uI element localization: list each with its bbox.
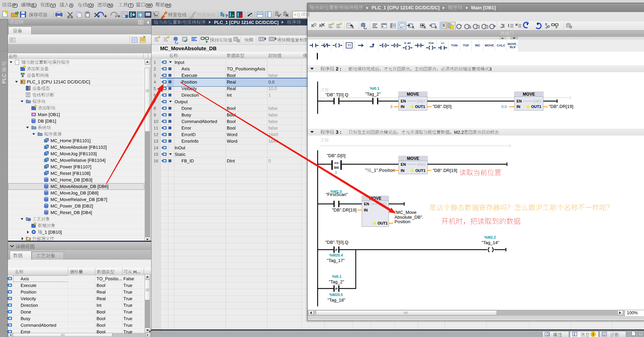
svg-text:P: P [335, 287, 338, 291]
svg-text:"DB".T[0].Q: "DB".T[0].Q [325, 92, 348, 97]
svg-text:"Tag_18": "Tag_18" [327, 297, 345, 303]
svg-text:"Tag_14": "Tag_14" [481, 240, 499, 245]
svg-text:3: 3 [390, 105, 392, 109]
svg-text:R: R [395, 44, 397, 47]
svg-text:EN: EN [401, 99, 406, 103]
svg-text:TON: TON [451, 44, 458, 47]
svg-text:"DB".D[0]: "DB".D[0] [327, 153, 346, 158]
svg-text:TON: TON [428, 42, 434, 45]
svg-text:MOVE: MOVE [407, 92, 419, 97]
svg-text:<: < [294, 12, 297, 17]
svg-text:EN: EN [517, 99, 522, 103]
svg-text:0.0: 0.0 [501, 105, 507, 109]
svg-text:%M20.4: %M20.4 [329, 253, 343, 257]
svg-text:P: P [335, 248, 338, 252]
svg-text:R_BF: R_BF [404, 42, 411, 45]
svg-text:"Tag_2": "Tag_2" [329, 279, 344, 284]
svg-text:"Tag_2": "Tag_2" [365, 91, 381, 97]
svg-text:%I0.1: %I0.1 [370, 86, 379, 90]
svg-text:MOVE: MOVE [485, 44, 494, 47]
svg-text:IN: IN [517, 105, 520, 109]
svg-text:RT: RT [154, 14, 158, 17]
svg-text:OUT1: OUT1 [531, 105, 541, 109]
svg-text:"DB".DR[19]: "DB".DR[19] [433, 168, 457, 173]
svg-text:100%: 100% [627, 311, 638, 315]
svg-text:MOVE: MOVE [407, 156, 419, 161]
svg-text:?: ? [225, 13, 228, 19]
svg-text:"FirstScan": "FirstScan" [326, 192, 348, 197]
svg-text:??: ?? [347, 44, 351, 47]
svg-text:CALC: CALC [497, 44, 506, 47]
svg-text:OUT1: OUT1 [415, 105, 425, 109]
svg-text:MOVE: MOVE [523, 92, 535, 97]
svg-text:IN: IN [401, 105, 404, 109]
svg-text:INC: INC [475, 44, 480, 47]
svg-text:==: == [334, 161, 338, 165]
svg-text:ENO: ENO [533, 99, 541, 103]
svg-text:IN: IN [401, 168, 404, 173]
svg-text:OUT1: OUT1 [415, 168, 425, 173]
svg-text:P: P [418, 44, 420, 47]
svg-text:Position: Position [395, 219, 410, 224]
svg-text:TOF: TOF [463, 44, 469, 47]
svg-text:S: S [383, 44, 385, 47]
svg-text:Int: Int [334, 165, 339, 170]
svg-text:K: K [430, 24, 432, 27]
svg-text:ENO: ENO [417, 162, 425, 166]
svg-text:==: == [441, 42, 444, 45]
svg-text:"DB".T[0].Q: "DB".T[0].Q [325, 240, 348, 245]
svg-text:i: i [592, 332, 593, 336]
svg-text:%M2.2: %M2.2 [484, 235, 496, 239]
svg-text:BLK: BLK [510, 45, 516, 49]
svg-text:IN: IN [364, 208, 368, 212]
svg-text:3: 3 [335, 171, 337, 175]
svg-text:OUT1: OUT1 [378, 221, 388, 225]
svg-text:ENO: ENO [417, 99, 425, 103]
svg-text:"Tag_17": "Tag_17" [327, 258, 345, 263]
svg-text:%I0.1: %I0.1 [332, 274, 342, 279]
svg-text:EN: EN [364, 202, 369, 206]
svg-text:"DB".DR[19]: "DB".DR[19] [549, 104, 573, 109]
svg-text:EN: EN [401, 162, 406, 166]
svg-text:"DB".D[0]: "DB".D[0] [433, 104, 452, 109]
svg-text:%M20.5: %M20.5 [329, 293, 343, 297]
